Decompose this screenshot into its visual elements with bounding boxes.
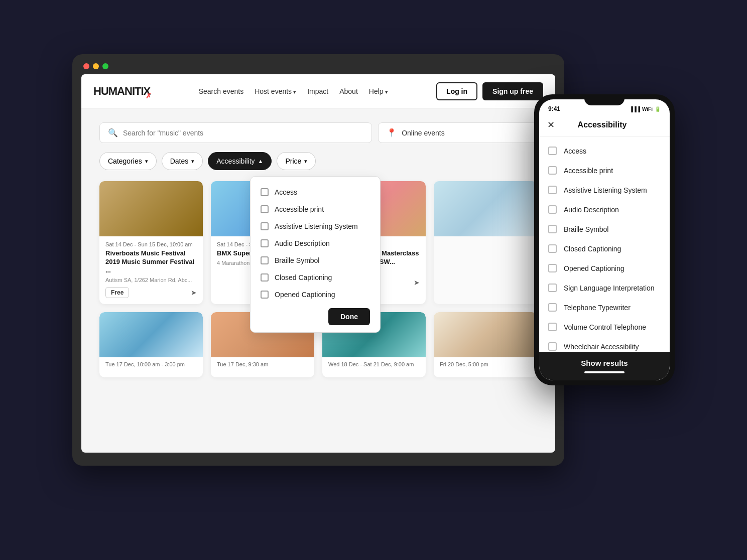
tablet-screen: HUMANITIX Search events Host events Impa… <box>81 74 555 453</box>
checkbox-closed-caption[interactable] <box>261 273 269 282</box>
checkbox-audio[interactable] <box>261 239 269 247</box>
phone-label-telephone-typewriter: Telephone Typewriter <box>564 304 631 312</box>
phone-checkbox-braille[interactable] <box>548 225 557 233</box>
nav-search-events[interactable]: Search events <box>199 87 244 95</box>
phone-item-opened-caption[interactable]: Opened Captioning <box>539 258 670 278</box>
phone-label-opened-caption: Opened Captioning <box>564 264 625 272</box>
browser-header: HUMANITIX Search events Host events Impa… <box>81 74 555 108</box>
dropdown-item-audio[interactable]: Audio Description <box>251 235 380 252</box>
filters-row: Categories▾ Dates▾ Accessibility▲ Price▾ <box>99 152 537 170</box>
phone-label-audio-desc: Audio Description <box>564 206 619 214</box>
phone-item-sign-language[interactable]: Sign Language Interpretation <box>539 278 670 298</box>
event-card-1[interactable]: Sat 14 Dec - Sun 15 Dec, 10:00 am Riverb… <box>99 181 203 304</box>
wifi-icon: WiFi <box>642 106 653 112</box>
nav-impact[interactable]: Impact <box>307 87 328 95</box>
phone-signal: ▐▐▐ WiFi 🔋 <box>630 106 661 112</box>
event-image-1 <box>99 181 203 236</box>
accessibility-filter[interactable]: Accessibility▲ <box>208 152 272 170</box>
dropdown-item-accessible-print[interactable]: Accessible print <box>251 201 380 218</box>
tablet-frame: HUMANITIX Search events Host events Impa… <box>72 54 564 466</box>
show-results-button[interactable]: Show results <box>549 359 660 367</box>
phone-bottom-bar: Show results <box>539 352 670 380</box>
phone-checkbox-volume-control[interactable] <box>548 323 557 331</box>
phone-label-assistive: Assistive Listening System <box>564 186 647 194</box>
main-content: 🔍 📍 Online events Categories▾ Dates▾ <box>81 108 555 391</box>
phone-label-wheelchair: Wheelchair Accessibility <box>564 343 639 351</box>
signup-button[interactable]: Sign up free <box>482 82 543 100</box>
event-card-4[interactable] <box>434 181 537 304</box>
phone-screen: 9:41 ▐▐▐ WiFi 🔋 ✕ Accessibility Access <box>539 99 670 380</box>
price-filter[interactable]: Price▾ <box>277 152 316 170</box>
phone-item-volume-control[interactable]: Volume Control Telephone <box>539 317 670 337</box>
dot-red[interactable] <box>83 63 89 69</box>
tablet-dots <box>81 63 555 69</box>
checkbox-accessible-print[interactable] <box>261 205 269 213</box>
event-card-body-1: Sat 14 Dec - Sun 15 Dec, 10:00 am Riverb… <box>99 236 203 304</box>
event-date-5: Tue 17 Dec, 10:00 am - 3:00 pm <box>99 357 203 369</box>
event-card-8[interactable]: Fri 20 Dec, 5:00 pm <box>434 312 537 377</box>
checkbox-opened-caption[interactable] <box>261 291 269 299</box>
categories-filter[interactable]: Categories▾ <box>99 152 157 170</box>
phone-checkbox-audio-desc[interactable] <box>548 205 557 214</box>
phone-item-audio-desc[interactable]: Audio Description <box>539 200 670 219</box>
checkbox-braille[interactable] <box>261 256 269 264</box>
search-bar-row: 🔍 📍 Online events <box>99 122 537 143</box>
phone-item-assistive[interactable]: Assistive Listening System <box>539 180 670 200</box>
dropdown-item-opened-caption[interactable]: Opened Captioning <box>251 286 380 303</box>
phone-checkbox-closed-caption[interactable] <box>548 244 557 253</box>
event-date-8: Fri 20 Dec, 5:00 pm <box>434 357 537 369</box>
dot-yellow[interactable] <box>93 63 99 69</box>
share-icon-1[interactable]: ➤ <box>191 289 197 297</box>
phone-checkbox-access[interactable] <box>548 147 557 155</box>
phone-frame: 9:41 ▐▐▐ WiFi 🔋 ✕ Accessibility Access <box>534 94 675 385</box>
event-card-5[interactable]: Tue 17 Dec, 10:00 am - 3:00 pm <box>99 312 203 377</box>
logo: HUMANITIX <box>93 85 150 98</box>
phone-checkbox-wheelchair[interactable] <box>548 342 557 351</box>
phone-item-access[interactable]: Access <box>539 141 670 161</box>
location-text: Online events <box>402 129 445 137</box>
dropdown-item-braille[interactable]: Braille Symbol <box>251 252 380 269</box>
phone-checkbox-assistive[interactable] <box>548 186 557 194</box>
phone-item-telephone-typewriter[interactable]: Telephone Typewriter <box>539 298 670 317</box>
nav-host-events[interactable]: Host events <box>255 87 296 95</box>
event-title-1: Riverboats Music Festival 2019 Music Sum… <box>105 249 197 275</box>
phone-checkbox-sign-language[interactable] <box>548 284 557 292</box>
dates-filter[interactable]: Dates▾ <box>162 152 203 170</box>
nav-buttons: Log in Sign up free <box>436 82 543 100</box>
phone-label-access: Access <box>564 147 586 155</box>
phone-checkbox-accessible-print[interactable] <box>548 166 557 175</box>
phone-item-closed-caption[interactable]: Closed Captioning <box>539 239 670 258</box>
checkbox-assistive[interactable] <box>261 222 269 230</box>
price-badge-1: Free <box>105 287 129 298</box>
search-input[interactable] <box>123 129 363 137</box>
phone-checkbox-opened-caption[interactable] <box>548 264 557 272</box>
nav-help[interactable]: Help <box>369 87 388 95</box>
search-input-wrap[interactable]: 🔍 <box>99 122 372 143</box>
card-footer-1: Free ➤ <box>105 287 197 298</box>
phone-item-braille[interactable]: Braille Symbol <box>539 219 670 239</box>
phone-label-volume-control: Volume Control Telephone <box>564 323 646 331</box>
dropdown-item-closed-caption[interactable]: Closed Captioning <box>251 269 380 286</box>
phone-checkbox-telephone-typewriter[interactable] <box>548 303 557 312</box>
event-date-1: Sat 14 Dec - Sun 15 Dec, 10:00 am <box>105 241 197 247</box>
phone-item-accessible-print[interactable]: Accessible print <box>539 161 670 180</box>
share-icon-3[interactable]: ➤ <box>414 278 420 287</box>
location-input-wrap[interactable]: 📍 Online events <box>378 122 537 143</box>
dropdown-item-assistive[interactable]: Assistive Listening System <box>251 218 380 235</box>
phone-close-button[interactable]: ✕ <box>547 119 555 130</box>
logo-x: X <box>144 85 151 98</box>
dot-green[interactable] <box>102 63 108 69</box>
phone-label-braille: Braille Symbol <box>564 225 608 233</box>
phone-accessibility-title: Accessibility <box>578 120 627 129</box>
event-image-4 <box>434 181 537 236</box>
battery-icon: 🔋 <box>655 106 661 112</box>
dropdown-item-access[interactable]: Access <box>251 184 380 201</box>
checkbox-access[interactable] <box>261 188 269 196</box>
login-button[interactable]: Log in <box>436 82 477 100</box>
search-icon: 🔍 <box>108 128 118 137</box>
accessibility-dropdown: Access Accessible print Assistive Listen… <box>250 176 381 333</box>
done-button[interactable]: Done <box>328 308 370 325</box>
nav-about[interactable]: About <box>339 87 358 95</box>
scene: HUMANITIX Search events Host events Impa… <box>72 54 675 506</box>
event-image-5 <box>99 312 203 357</box>
